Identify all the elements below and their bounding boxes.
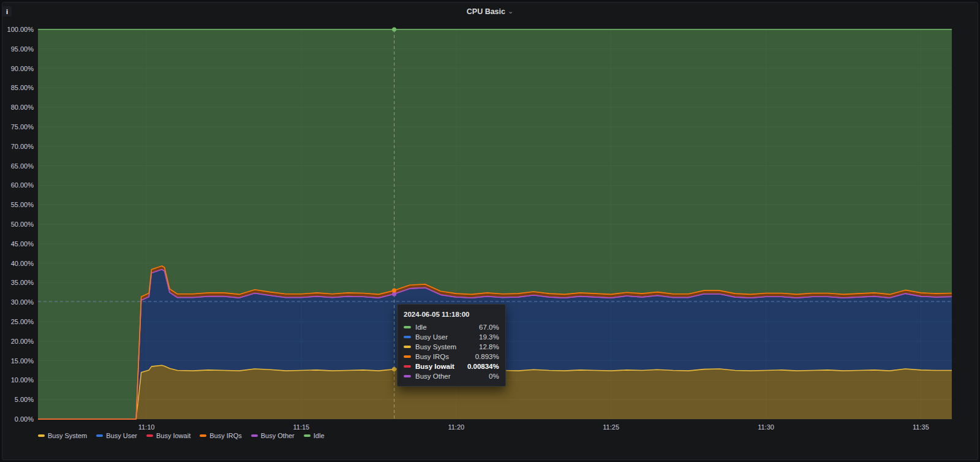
chevron-down-icon: ⌄ <box>508 7 513 15</box>
series-color-swatch <box>404 355 411 358</box>
y-axis-label: 25.00% <box>11 318 34 325</box>
y-axis-label: 90.00% <box>11 65 34 72</box>
tooltip-row: Busy IRQs0.893% <box>404 352 499 362</box>
legend-item-idle[interactable]: Idle <box>304 432 325 439</box>
tooltip-timestamp: 2024-06-05 11:18:00 <box>404 309 499 319</box>
hover-point-idle <box>392 28 396 32</box>
panel-header[interactable]: CPU Basic⌄ <box>0 6 980 18</box>
x-axis-label: 11:25 <box>603 423 619 431</box>
legend-item-busy-user[interactable]: Busy User <box>96 432 137 439</box>
legend-color-icon <box>251 434 258 437</box>
legend-label: Busy IRQs <box>209 432 242 439</box>
tooltip-series-label: Idle <box>415 322 427 332</box>
x-axis-label: 11:35 <box>913 423 929 431</box>
legend-label: Busy Other <box>261 432 295 439</box>
y-axis-label: 85.00% <box>11 84 34 91</box>
series-color-swatch <box>404 346 411 348</box>
y-axis-label: 5.00% <box>15 396 34 403</box>
cpu-usage-chart[interactable]: 0.00%5.00%10.00%15.00%20.00%25.00%30.00%… <box>0 0 980 462</box>
y-axis-label: 20.00% <box>11 338 34 345</box>
y-axis-label: 45.00% <box>11 240 34 248</box>
tooltip-series-label: Busy Other <box>415 371 451 381</box>
tooltip-rows: Idle67.0%Busy User19.3%Busy System12.8%B… <box>404 322 499 381</box>
tooltip-row: Idle67.0% <box>404 322 499 332</box>
tooltip-row: Busy Other0% <box>404 371 499 381</box>
y-axis-label: 0.00% <box>15 415 34 423</box>
tooltip-series-value: 0.00834% <box>459 362 499 371</box>
series-color-swatch <box>404 326 411 328</box>
y-axis-label: 95.00% <box>11 45 34 53</box>
legend-color-icon <box>38 434 45 437</box>
legend-color-icon <box>200 434 206 437</box>
legend-color-icon <box>96 434 103 437</box>
tooltip-series-label: Busy System <box>415 342 456 352</box>
legend-label: Idle <box>314 432 325 439</box>
tooltip-row: Busy System12.8% <box>404 342 499 352</box>
hover-point-busy-system <box>392 367 396 371</box>
legend-color-icon <box>304 434 311 437</box>
y-axis-label: 70.00% <box>11 143 34 150</box>
y-axis-label: 60.00% <box>11 181 34 189</box>
y-axis-label: 40.00% <box>11 260 34 267</box>
legend-item-busy-other[interactable]: Busy Other <box>251 432 295 439</box>
y-axis-label: 50.00% <box>11 221 34 228</box>
legend-color-icon <box>146 434 153 437</box>
y-axis-label: 100.00% <box>7 26 34 33</box>
tooltip-series-value: 0% <box>480 371 499 381</box>
series-color-swatch <box>404 375 411 377</box>
panel-title: CPU Basic <box>467 7 505 16</box>
chart-legend: Busy SystemBusy UserBusy IowaitBusy IRQs… <box>38 432 325 439</box>
tooltip-series-value: 12.8% <box>470 342 499 352</box>
tooltip-series-label: Busy Iowait <box>415 362 454 371</box>
y-axis-label: 15.00% <box>11 357 34 365</box>
y-axis-label: 35.00% <box>11 279 34 286</box>
y-axis-label: 10.00% <box>11 376 34 384</box>
tooltip-series-value: 67.0% <box>470 322 499 332</box>
x-axis-label: 11:20 <box>448 423 464 431</box>
y-axis-label: 75.00% <box>11 123 34 131</box>
legend-item-busy-system[interactable]: Busy System <box>38 432 87 439</box>
chart-tooltip: 2024-06-05 11:18:00 Idle67.0%Busy User19… <box>397 304 506 387</box>
tooltip-series-label: Busy IRQs <box>415 352 449 362</box>
tooltip-row: Busy Iowait0.00834% <box>404 362 499 371</box>
y-axis-label: 55.00% <box>11 201 34 208</box>
x-axis-label: 11:30 <box>758 423 774 431</box>
tooltip-series-label: Busy User <box>415 332 448 342</box>
y-axis-label: 80.00% <box>11 104 34 111</box>
legend-label: Busy System <box>48 432 87 439</box>
tooltip-series-value: 19.3% <box>470 332 499 342</box>
tooltip-row: Busy User19.3% <box>404 332 499 342</box>
series-color-swatch <box>404 336 411 338</box>
y-axis-label: 65.00% <box>11 162 34 170</box>
legend-label: Busy User <box>106 432 137 439</box>
hover-point-busy-irqs <box>392 289 396 293</box>
y-axis-label: 30.00% <box>11 298 34 306</box>
x-axis-label: 11:10 <box>138 423 155 431</box>
legend-item-busy-irqs[interactable]: Busy IRQs <box>200 432 242 439</box>
legend-label: Busy Iowait <box>156 432 190 439</box>
tooltip-series-value: 0.893% <box>467 352 499 362</box>
legend-item-busy-iowait[interactable]: Busy Iowait <box>146 432 190 439</box>
series-color-swatch <box>404 365 411 368</box>
x-axis-label: 11:15 <box>293 423 310 431</box>
